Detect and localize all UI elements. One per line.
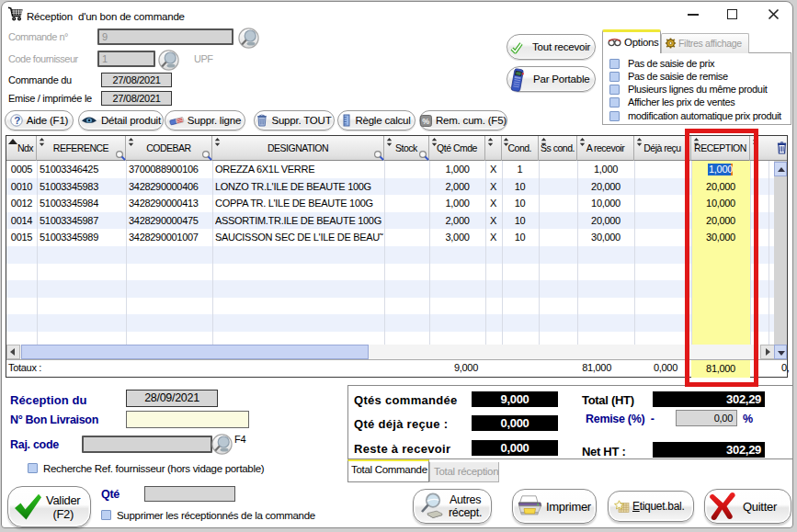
svg-text:%: % — [422, 116, 429, 125]
svg-text:?: ? — [14, 115, 20, 126]
